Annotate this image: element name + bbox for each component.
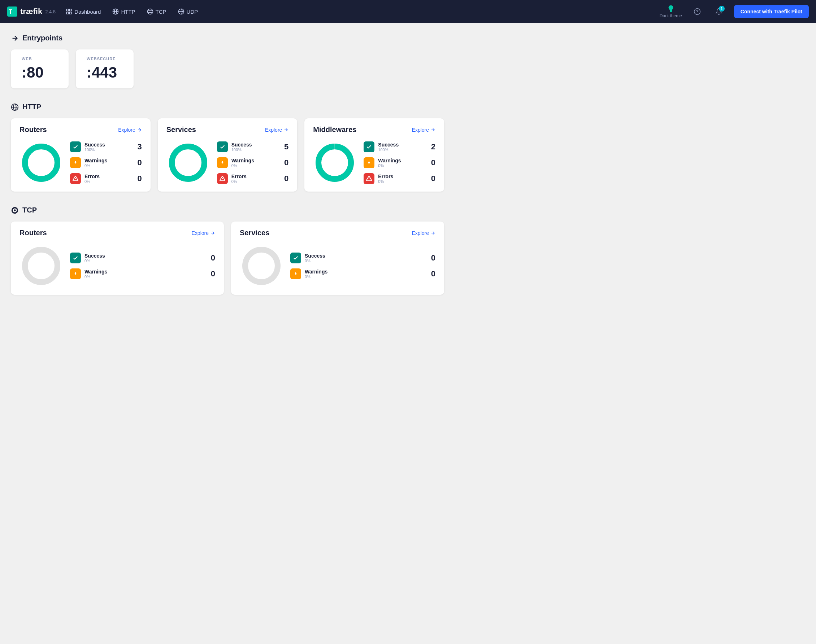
- tcp-routers-warnings-label: Warnings: [85, 269, 204, 275]
- nav-udp[interactable]: UDP: [177, 6, 200, 17]
- svg-point-50: [75, 273, 76, 274]
- http-services-success-row: Success 100% 5: [217, 141, 289, 152]
- http-routers-warnings-count: 0: [135, 158, 142, 167]
- svg-point-32: [222, 163, 223, 163]
- navbar: T træfik 2.4.8 Dashboard HTTP TCP UDP: [0, 0, 816, 23]
- tcp-section-header: TCP: [11, 206, 444, 214]
- http-middlewares-errors-count: 0: [428, 174, 435, 183]
- warning-icon: [70, 268, 81, 279]
- svg-point-24: [75, 163, 76, 163]
- tcp-services-card-header: Services Explore: [240, 229, 435, 237]
- error-icon: [217, 173, 228, 184]
- dark-theme-toggle[interactable]: Dark theme: [660, 5, 682, 18]
- tcp-routers-card: Routers Explore: [11, 222, 224, 295]
- http-routers-stats: Success 100% 3 Warnings 0% 0: [70, 141, 142, 184]
- http-services-card: Services Explore: [158, 118, 298, 192]
- http-services-warnings-count: 0: [281, 158, 289, 167]
- success-icon: [217, 141, 228, 152]
- http-title: HTTP: [22, 103, 41, 111]
- entrypoints-section-header: Entrypoints: [11, 34, 444, 42]
- warning-icon: [364, 157, 374, 168]
- tcp-routers-success-label: Success: [85, 253, 204, 259]
- error-icon: [364, 173, 374, 184]
- tcp-icon: [11, 206, 19, 214]
- http-routers-title: Routers: [20, 126, 47, 134]
- svg-point-39: [324, 152, 346, 173]
- http-services-success-pct: 100%: [231, 147, 278, 152]
- http-middlewares-success-row: Success 100% 2: [364, 141, 435, 152]
- http-middlewares-warnings-label: Warnings: [378, 158, 425, 164]
- tcp-services-success-count: 0: [428, 253, 435, 263]
- http-middlewares-warnings-row: Warnings 0% 0: [364, 157, 435, 168]
- svg-point-46: [14, 209, 16, 212]
- svg-rect-4: [66, 12, 68, 14]
- main-content: Entrypoints WEB :80 WEBSECURE :443 HTTP …: [0, 23, 455, 320]
- http-routers-card-header: Routers Explore: [20, 126, 142, 134]
- explore-arrow-icon: [430, 230, 435, 236]
- svg-point-40: [369, 163, 370, 163]
- nav-dashboard[interactable]: Dashboard: [64, 6, 102, 17]
- entrypoint-web-port: :80: [22, 64, 58, 81]
- http-routers-warnings-row: Warnings 0% 0: [70, 157, 142, 168]
- http-routers-donut: [20, 141, 63, 184]
- tcp-routers-donut: [20, 244, 63, 288]
- tcp-services-warnings-label: Warnings: [305, 269, 425, 275]
- http-services-warnings-row: Warnings 0% 0: [217, 157, 289, 168]
- tcp-routers-card-body: Success 0% 0 Warnings 0% 0: [20, 244, 215, 288]
- entrypoint-web-name: WEB: [22, 57, 58, 61]
- tcp-cards-grid: Routers Explore: [11, 222, 444, 295]
- app-version: 2.4.8: [45, 9, 55, 14]
- http-routers-errors-pct: 0%: [85, 179, 131, 184]
- tcp-routers-card-header: Routers Explore: [20, 229, 215, 237]
- tcp-routers-title: Routers: [20, 229, 47, 237]
- svg-point-54: [250, 255, 272, 277]
- tcp-services-success-row: Success 0% 0: [290, 253, 435, 264]
- entrypoint-websecure-port: :443: [87, 64, 123, 81]
- nav-tcp[interactable]: TCP: [146, 6, 168, 17]
- http-services-errors-label: Errors: [231, 173, 278, 180]
- svg-rect-5: [70, 12, 72, 14]
- tcp-routers-success-count: 0: [208, 253, 215, 263]
- entrypoints-icon: [11, 34, 19, 42]
- http-services-errors-row: Errors 0% 0: [217, 173, 289, 184]
- http-services-errors-count: 0: [281, 174, 289, 183]
- tcp-services-warnings-row: Warnings 0% 0: [290, 268, 435, 279]
- explore-arrow-icon: [283, 127, 289, 132]
- http-middlewares-explore-link[interactable]: Explore: [412, 127, 435, 133]
- http-services-explore-link[interactable]: Explore: [265, 127, 289, 133]
- http-routers-errors-row: Errors 0% 0: [70, 173, 142, 184]
- entrypoint-web: WEB :80: [11, 49, 69, 88]
- tcp-services-title: Services: [240, 229, 269, 237]
- http-routers-success-pct: 100%: [85, 147, 131, 152]
- svg-point-31: [177, 152, 199, 173]
- tcp-routers-stats: Success 0% 0 Warnings 0% 0: [70, 253, 215, 279]
- http-middlewares-errors-label: Errors: [378, 173, 425, 180]
- http-services-card-body: Success 100% 5 Warnings 0% 0: [166, 141, 289, 184]
- http-routers-success-label: Success: [85, 142, 131, 148]
- explore-arrow-icon: [210, 230, 215, 236]
- http-routers-success-row: Success 100% 3: [70, 141, 142, 152]
- tcp-routers-warnings-pct: 0%: [85, 274, 204, 279]
- http-routers-warnings-pct: 0%: [85, 163, 131, 168]
- tcp-services-success-pct: 0%: [305, 259, 425, 263]
- svg-rect-2: [66, 9, 68, 11]
- nav-http[interactable]: HTTP: [111, 6, 137, 17]
- tcp-routers-explore-link[interactable]: Explore: [192, 230, 215, 236]
- notification-button[interactable]: 1: [712, 5, 725, 18]
- connect-pilot-button[interactable]: Connect with Traefik Pilot: [734, 5, 809, 18]
- svg-text:T: T: [9, 9, 12, 15]
- warning-icon: [217, 157, 228, 168]
- http-routers-errors-count: 0: [135, 174, 142, 183]
- svg-point-23: [30, 152, 52, 173]
- svg-point-55: [295, 273, 297, 274]
- http-icon: [11, 103, 19, 111]
- warning-icon: [70, 157, 81, 168]
- help-button[interactable]: [691, 5, 704, 18]
- http-routers-success-count: 3: [135, 142, 142, 152]
- tcp-services-explore-link[interactable]: Explore: [412, 230, 435, 236]
- http-routers-explore-link[interactable]: Explore: [118, 127, 141, 133]
- success-icon: [290, 253, 301, 264]
- http-middlewares-errors-row: Errors 0% 0: [364, 173, 435, 184]
- http-services-donut: [166, 141, 210, 184]
- error-icon: [70, 173, 81, 184]
